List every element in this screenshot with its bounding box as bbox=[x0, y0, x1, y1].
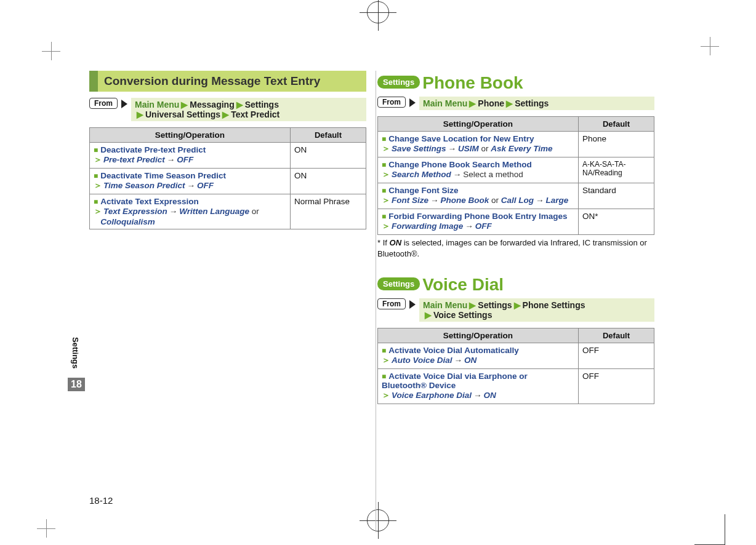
settings-badge: Settings bbox=[377, 76, 420, 89]
arrow-icon bbox=[409, 98, 416, 107]
crop-corner-br bbox=[694, 514, 725, 545]
table-row: ■Change Save Location for New Entry ＞Sav… bbox=[378, 132, 654, 157]
from-path-text-predict: From Main Menu▶Messaging▶Settings ▶Unive… bbox=[89, 98, 366, 121]
breadcrumb: Main Menu▶Settings▶Phone Settings ▶Voice… bbox=[419, 298, 654, 322]
banner-conversion: Conversion during Message Text Entry bbox=[89, 71, 366, 92]
crop-mark-top bbox=[360, 0, 396, 31]
side-tab-label: Settings bbox=[71, 337, 80, 368]
table-header-setting: Setting/Operation bbox=[378, 117, 579, 132]
section-voice-dial: SettingsVoice Dial bbox=[377, 275, 654, 295]
table-header-setting: Setting/Operation bbox=[90, 128, 291, 143]
register-mark-tr bbox=[701, 37, 719, 55]
from-badge: From bbox=[89, 98, 118, 109]
table-header-default: Default bbox=[291, 128, 366, 143]
table-row: ■Forbid Forwarding Phone Book Entry Imag… bbox=[378, 209, 654, 235]
table-row: ■Activate Voice Dial via Earphone or Blu… bbox=[378, 369, 654, 404]
register-mark-bl bbox=[37, 519, 55, 538]
from-badge: From bbox=[377, 298, 406, 309]
from-path-phone: From Main Menu▶Phone▶Settings bbox=[377, 97, 654, 110]
table-header-default: Default bbox=[579, 117, 654, 132]
settings-badge: Settings bbox=[377, 277, 420, 290]
breadcrumb: Main Menu▶Messaging▶Settings ▶Universal … bbox=[131, 98, 366, 121]
table-text-predict: Setting/OperationDefault ■Deactivate Pre… bbox=[89, 127, 366, 229]
section-phone-book: SettingsPhone Book bbox=[377, 73, 654, 93]
table-row: ■Activate Text Expression ＞Text Expressi… bbox=[90, 194, 366, 229]
table-row: ■Deactivate Time Season Predict ＞Time Se… bbox=[90, 169, 366, 194]
table-voice-dial: Setting/OperationDefault ■Activate Voice… bbox=[377, 328, 654, 404]
table-row: ■Change Font Size ＞Font Size→Phone Book … bbox=[378, 183, 654, 209]
arrow-icon bbox=[409, 300, 416, 309]
side-tab-chapter: 18 bbox=[68, 378, 85, 391]
left-column: Conversion during Message Text Entry Fro… bbox=[89, 71, 366, 404]
table-row: ■Change Phone Book Search Method ＞Search… bbox=[378, 157, 654, 183]
table-row: ■Activate Voice Dial Automatically ＞Auto… bbox=[378, 343, 654, 369]
crop-mark-bottom bbox=[360, 502, 396, 539]
column-divider bbox=[376, 71, 376, 532]
right-column: SettingsPhone Book From Main Menu▶Phone▶… bbox=[377, 71, 654, 404]
page-number: 18-12 bbox=[89, 495, 113, 506]
footnote-on: * If ON is selected, images can be forwa… bbox=[377, 237, 654, 259]
from-badge: From bbox=[377, 97, 406, 108]
register-mark-tl bbox=[42, 42, 60, 60]
breadcrumb: Main Menu▶Phone▶Settings bbox=[419, 97, 654, 110]
table-header-setting: Setting/Operation bbox=[378, 328, 579, 343]
table-row: ■Deactivate Pre-text Predict ＞Pre-text P… bbox=[90, 143, 366, 169]
arrow-icon bbox=[121, 100, 127, 108]
from-path-voice: From Main Menu▶Settings▶Phone Settings ▶… bbox=[377, 298, 654, 322]
table-header-default: Default bbox=[579, 328, 654, 343]
table-phone-book: Setting/OperationDefault ■Change Save Lo… bbox=[377, 116, 654, 235]
